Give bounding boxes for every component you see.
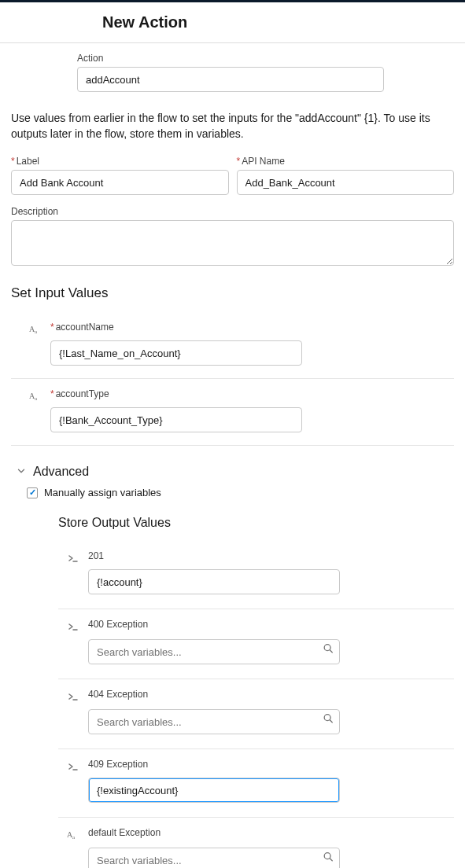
api-name-input[interactable] bbox=[237, 170, 455, 195]
account-name-input[interactable] bbox=[50, 340, 302, 366]
svg-text:a: a bbox=[35, 329, 38, 335]
output-param-label: 201 bbox=[88, 550, 446, 561]
account-type-input[interactable] bbox=[50, 407, 302, 432]
text-type-icon: Aa bbox=[66, 828, 80, 842]
dialog-title: New Action bbox=[102, 13, 465, 31]
chevron-down-icon bbox=[16, 465, 27, 479]
instructions-text: Use values from earlier in the flow to s… bbox=[11, 111, 454, 142]
svg-text:a: a bbox=[35, 395, 38, 402]
manually-assign-checkbox[interactable] bbox=[27, 487, 38, 498]
input-param-label: *accountName bbox=[50, 322, 446, 333]
output-404-input[interactable] bbox=[88, 709, 340, 734]
manually-assign-label: Manually assign variables bbox=[44, 487, 161, 498]
store-output-values-title: Store Output Values bbox=[58, 516, 454, 530]
apex-type-icon bbox=[66, 551, 80, 565]
apex-type-icon bbox=[66, 690, 80, 704]
action-label: Action bbox=[77, 53, 454, 64]
apex-type-icon bbox=[66, 760, 80, 774]
label-field-label: *Label bbox=[11, 156, 229, 167]
text-type-icon: Aa bbox=[28, 322, 42, 337]
output-param-label: 404 Exception bbox=[88, 689, 446, 700]
api-name-field-label: *API Name bbox=[237, 156, 455, 167]
advanced-toggle[interactable]: Advanced bbox=[16, 465, 454, 479]
output-201-input[interactable] bbox=[88, 569, 340, 594]
output-param-label: 409 Exception bbox=[88, 759, 446, 770]
apex-type-icon bbox=[66, 620, 80, 634]
output-param-label: default Exception bbox=[88, 827, 446, 838]
output-param-label: 400 Exception bbox=[88, 619, 446, 630]
text-type-icon: Aa bbox=[28, 389, 42, 403]
description-field-label: Description bbox=[11, 206, 454, 217]
action-input[interactable] bbox=[77, 67, 384, 92]
output-default-input[interactable] bbox=[88, 848, 340, 868]
dialog-header: New Action bbox=[0, 2, 465, 43]
svg-text:a: a bbox=[72, 834, 76, 840]
description-textarea[interactable] bbox=[11, 220, 454, 266]
input-param-label: *accountType bbox=[50, 388, 446, 399]
output-400-input[interactable] bbox=[88, 639, 340, 664]
label-input[interactable] bbox=[11, 170, 229, 195]
output-409-input[interactable] bbox=[88, 778, 340, 803]
set-input-values-title: Set Input Values bbox=[11, 285, 454, 301]
